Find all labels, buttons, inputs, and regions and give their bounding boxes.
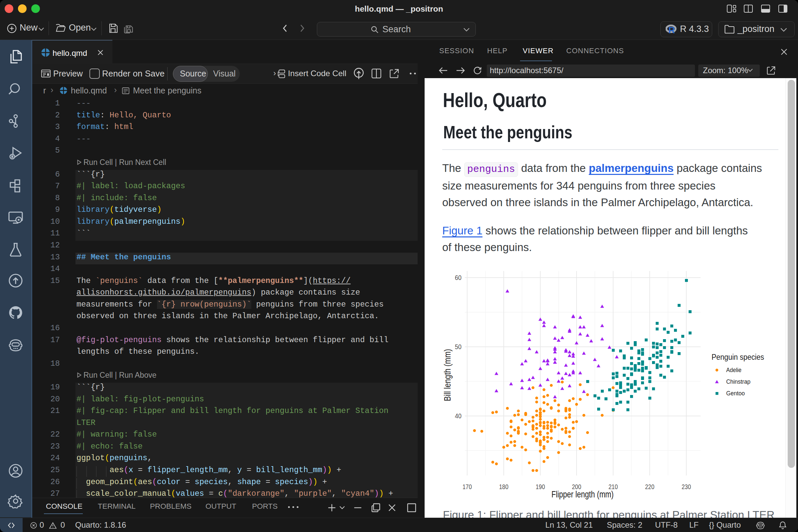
svg-text:230: 230 xyxy=(682,483,691,491)
svg-text:50: 50 xyxy=(455,343,461,350)
svg-text:Chinstrap: Chinstrap xyxy=(726,378,750,385)
svg-text:Bill length (mm): Bill length (mm) xyxy=(442,349,453,401)
svg-text:180: 180 xyxy=(499,483,508,491)
svg-text:R: R xyxy=(668,25,675,35)
svg-text:220: 220 xyxy=(645,483,654,491)
svg-text:Gentoo: Gentoo xyxy=(726,390,745,397)
svg-text:40: 40 xyxy=(455,412,461,420)
svg-text:Penguin species: Penguin species xyxy=(711,353,764,361)
svg-text:Adelie: Adelie xyxy=(726,367,741,374)
svg-text:60: 60 xyxy=(455,274,461,281)
svg-text:190: 190 xyxy=(536,483,545,491)
svg-text:Flipper length (mm): Flipper length (mm) xyxy=(552,490,614,499)
svg-text:170: 170 xyxy=(462,483,472,491)
